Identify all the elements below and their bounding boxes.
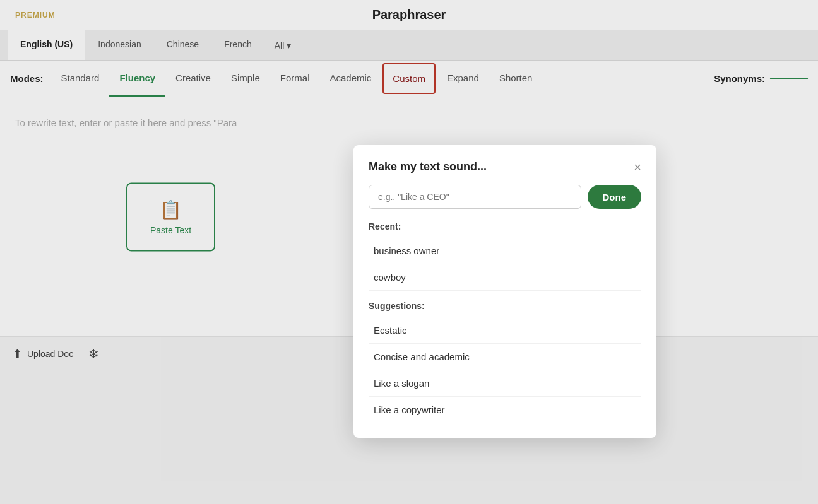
suggestion-item-1[interactable]: Concise and academic xyxy=(369,344,641,370)
custom-mode-input[interactable] xyxy=(369,185,581,209)
custom-mode-popup: Make my text sound... × Done Recent: bus… xyxy=(353,145,656,370)
popup-input-row: Done xyxy=(369,185,641,209)
popup-done-button[interactable]: Done xyxy=(588,185,642,209)
recent-label: Recent: xyxy=(369,221,641,231)
recent-item-1[interactable]: cowboy xyxy=(369,264,641,291)
popup-title: Make my text sound... xyxy=(369,160,487,173)
popup-close-button[interactable]: × xyxy=(634,161,641,173)
suggestions-label: Suggestions: xyxy=(369,301,641,311)
suggestion-item-0[interactable]: Ecstatic xyxy=(369,317,641,344)
popup-header: Make my text sound... × xyxy=(369,160,641,173)
recent-item-0[interactable]: business owner xyxy=(369,238,641,264)
